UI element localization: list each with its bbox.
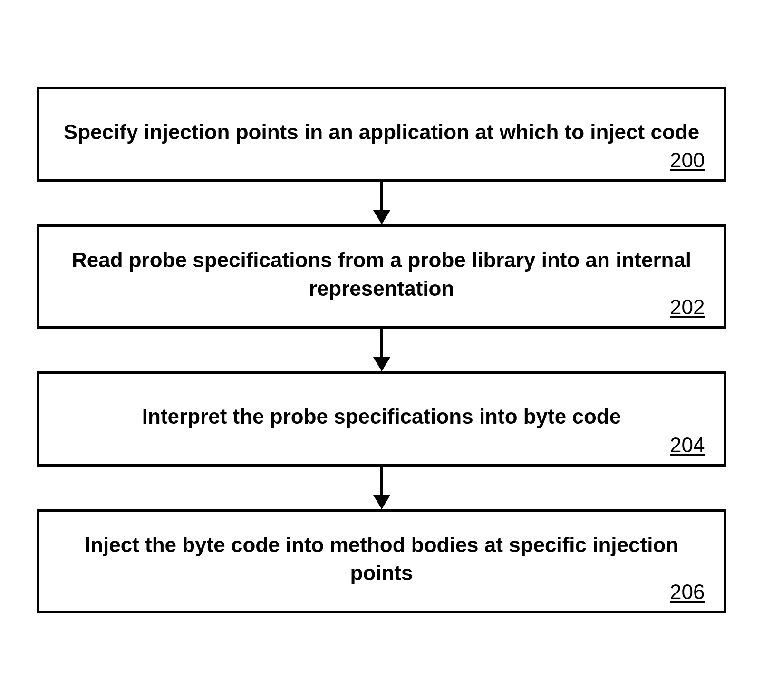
- step-number-3: 204: [670, 433, 705, 457]
- step-box-4: Inject the byte code into method bodies …: [37, 509, 726, 613]
- step-box-3: Interpret the probe specifications into …: [37, 371, 726, 467]
- arrow-2: [373, 329, 390, 371]
- step-number-4: 206: [670, 580, 705, 604]
- flowchart-container: Specify injection points in an applicati…: [37, 87, 726, 613]
- step-text-2: Read probe specifications from a probe l…: [63, 246, 700, 317]
- step-text-4: Inject the byte code into method bodies …: [63, 531, 700, 602]
- step-box-2: Read probe specifications from a probe l…: [37, 224, 726, 329]
- arrow-1: [373, 182, 390, 224]
- step-number-2: 202: [670, 295, 705, 319]
- arrow-line-icon: [380, 467, 383, 495]
- step-text-3: Interpret the probe specifications into …: [63, 402, 700, 445]
- arrow-line-icon: [380, 329, 383, 357]
- arrow-head-icon: [373, 357, 390, 371]
- arrow-line-icon: [380, 182, 383, 210]
- arrow-head-icon: [373, 210, 390, 224]
- step-box-1: Specify injection points in an applicati…: [37, 87, 726, 182]
- arrow-head-icon: [373, 495, 390, 509]
- step-number-1: 200: [670, 148, 705, 172]
- step-text-1: Specify injection points in an applicati…: [63, 118, 700, 160]
- arrow-3: [373, 467, 390, 509]
